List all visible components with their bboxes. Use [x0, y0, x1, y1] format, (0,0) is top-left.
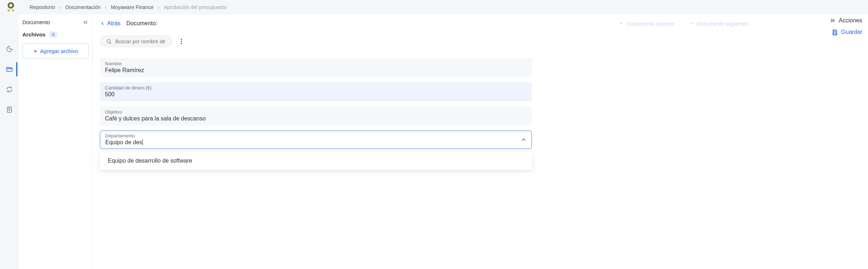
add-file-label: Agregar archivo — [40, 48, 78, 54]
save-button[interactable]: Guardar — [832, 29, 862, 36]
files-label: Archivos — [22, 31, 45, 38]
field-value: Felipe Ramírez — [105, 67, 527, 74]
field-label: Cantidad de dinero (€) — [105, 85, 527, 91]
next-document-button[interactable]: Documento siguiente — [689, 21, 748, 27]
files-count-badge: 0 — [49, 31, 57, 38]
save-icon — [832, 29, 838, 36]
text-caret — [142, 139, 143, 146]
field-value: Café y dulces para la sala de descanso — [105, 115, 527, 122]
field-department-combobox[interactable]: Departamento Equipo de des — [100, 131, 532, 149]
main-area: Acciones Guardar Atrás D — [93, 14, 868, 269]
app-logo — [6, 2, 16, 12]
svg-point-12 — [181, 43, 182, 44]
breadcrumb-item[interactable]: Documentación — [66, 4, 101, 10]
field-name[interactable]: Nombre Felipe Ramírez — [100, 58, 532, 77]
side-panel: Documento Archivos 0 Agregar archivo — [19, 14, 93, 269]
svg-point-2 — [12, 9, 14, 12]
svg-rect-3 — [7, 107, 12, 113]
files-header: Archivos 0 — [22, 31, 89, 38]
actions-label: Acciones — [839, 17, 862, 24]
rail-item-notes[interactable] — [2, 104, 17, 115]
breadcrumb-item[interactable]: Repositorio — [30, 4, 55, 10]
document-header: Atrás Documento: Documento anterior Docu… — [93, 14, 868, 27]
svg-rect-7 — [834, 33, 837, 35]
add-file-button[interactable]: Agregar archivo — [22, 43, 89, 59]
actions-menu-button[interactable]: Acciones — [829, 17, 862, 24]
svg-point-11 — [181, 41, 182, 42]
svg-rect-6 — [834, 30, 836, 31]
field-amount[interactable]: Cantidad de dinero (€) 500 — [100, 82, 532, 101]
next-document-label: Documento siguiente — [697, 21, 748, 27]
side-panel-title: Documento — [22, 19, 50, 25]
chevron-up-icon[interactable] — [521, 136, 526, 142]
back-label: Atrás — [107, 20, 120, 27]
save-label: Guardar — [841, 29, 862, 35]
chevron-right-icon: › — [60, 4, 61, 10]
fields-container: Nombre Felipe Ramírez Cantidad de dinero… — [100, 58, 532, 149]
prev-document-button[interactable]: Documento anterior — [619, 21, 674, 27]
search-input[interactable] — [100, 35, 172, 47]
svg-point-0 — [9, 3, 13, 8]
breadcrumb: Repositorio › Documentación › Moyaware F… — [30, 4, 227, 10]
field-label: Objetivo — [105, 109, 527, 115]
svg-point-1 — [8, 9, 10, 12]
chevron-right-icon: › — [105, 4, 107, 10]
search-icon — [106, 38, 112, 44]
back-button[interactable]: Atrás — [100, 20, 120, 27]
more-options-button[interactable] — [178, 39, 185, 44]
document-title-label: Documento: — [126, 20, 157, 27]
field-typed-value: Equipo de des — [105, 139, 142, 146]
dropdown-option[interactable]: Equipo de desarrollo de software — [100, 154, 532, 168]
field-objective[interactable]: Objetivo Café y dulces para la sala de d… — [100, 106, 532, 125]
field-label: Departamento — [105, 133, 518, 138]
svg-point-10 — [181, 39, 182, 40]
svg-line-9 — [110, 43, 111, 44]
collapse-panel-icon[interactable] — [82, 19, 89, 26]
breadcrumb-item-current: Aprobación del presupuesto — [164, 4, 226, 10]
breadcrumb-item[interactable]: Moyaware Finance — [111, 4, 153, 10]
topbar: Repositorio › Documentación › Moyaware F… — [0, 0, 868, 14]
rail-item-chart[interactable] — [2, 43, 17, 55]
prev-document-label: Documento anterior — [627, 21, 674, 27]
rail-item-folder[interactable] — [2, 63, 17, 75]
chevron-right-icon: › — [158, 4, 160, 10]
icon-rail — [0, 14, 19, 269]
field-value: 500 — [105, 91, 527, 98]
field-label: Nombre — [105, 61, 527, 66]
rail-item-cycle[interactable] — [2, 84, 17, 95]
search-text[interactable] — [115, 39, 166, 44]
department-dropdown: Equipo de desarrollo de software — [100, 152, 532, 170]
